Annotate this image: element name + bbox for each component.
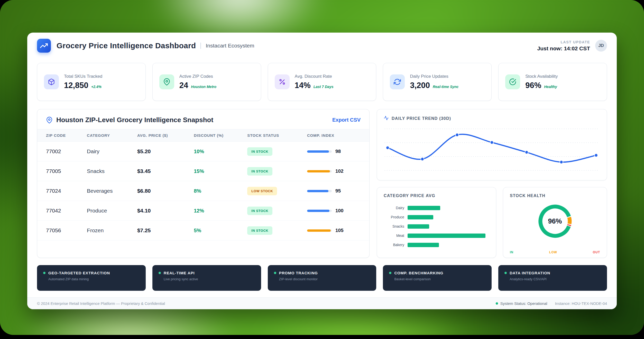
index-value: 105: [335, 228, 344, 233]
zip-cell: 77056: [46, 227, 87, 234]
line-chart: [384, 125, 600, 174]
discount-cell: 10%: [194, 149, 247, 154]
bar-track: [408, 224, 489, 229]
copyright-text: © 2024 Enterprise Retail Intelligence Pl…: [37, 301, 165, 306]
kpi-card-total-skus: Total SKUs Tracked 12,850+2.4%: [37, 63, 146, 101]
bar-fill: [408, 234, 485, 238]
category-cell: Produce: [87, 208, 137, 214]
price-cell: $3.45: [137, 168, 194, 174]
legend-item-out: OUT: [593, 250, 600, 254]
bar-fill: [408, 224, 429, 229]
module-subtitle: Live pricing sync active: [164, 277, 255, 281]
column-header: ZIP CODE: [46, 133, 87, 138]
kpi-label: Avg. Discount Rate: [295, 74, 334, 79]
module-subtitle: Analytics-ready CSV/API: [510, 277, 601, 281]
bar-category-label: Meat: [384, 234, 404, 238]
discount-cell: 8%: [194, 188, 247, 194]
status-dot-icon: [496, 302, 498, 305]
column-header: AVG. PRICE ($): [137, 133, 194, 138]
donut-legend: IN LOW OUT: [510, 250, 600, 254]
bar-track: [408, 234, 489, 238]
table-row: 77005 Snacks $3.45 15% IN STOCK 102: [37, 161, 369, 181]
stock-status-badge: IN STOCK: [247, 207, 272, 215]
category-cell: Frozen: [87, 227, 137, 234]
index-bar-fill: [307, 210, 329, 212]
bar-row: Produce: [384, 212, 489, 222]
donut-chart: 96%: [536, 202, 575, 241]
bar-category-label: Snacks: [384, 224, 404, 228]
export-csv-button[interactable]: Export CSV: [332, 117, 361, 123]
table-row: 77024 Beverages $6.80 8% LOW STOCK 95: [37, 181, 369, 201]
donut-chart-title: STOCK HEALTH: [510, 193, 545, 198]
table-row: 77056 Frozen $7.25 5% IN STOCK 105: [37, 221, 369, 240]
status-dot-icon: [43, 272, 45, 274]
table-row: 77042 Produce $4.10 12% IN STOCK 100: [37, 201, 369, 221]
stock-status-badge: IN STOCK: [247, 147, 272, 156]
bar-row: Snacks: [384, 222, 489, 231]
index-value: 95: [335, 188, 341, 194]
module-geo-extraction: GEO-TARGETED EXTRACTION Automated ZIP da…: [37, 265, 146, 291]
activity-icon: [384, 115, 389, 122]
legend-item-in: IN: [510, 250, 513, 254]
index-bar-fill: [307, 170, 330, 172]
trending-up-icon: [37, 39, 51, 53]
kpi-sublabel: Real-time Sync: [433, 85, 458, 89]
kpi-label: Daily Price Updates: [410, 74, 458, 79]
kpi-label: Active ZIP Codes: [179, 74, 216, 79]
index-bar-fill: [307, 150, 329, 153]
module-title: REAL-TIME API: [164, 271, 195, 275]
module-promo-tracking: PROMO TRACKING ZIP-level discount monito…: [268, 265, 376, 291]
bar-category-label: Bakery: [384, 243, 404, 247]
page-title: Grocery Price Intelligence Dashboard: [57, 41, 196, 50]
price-cell: $5.20: [137, 148, 194, 154]
percent-icon: [275, 74, 290, 89]
column-header: STOCK STATUS: [247, 133, 307, 138]
status-dot-icon: [274, 272, 276, 274]
status-dot-icon: [159, 272, 161, 274]
bar-category-label: Dairy: [384, 206, 404, 210]
bar-row: Bakery: [384, 240, 489, 249]
module-subtitle: ZIP-level discount monitor: [279, 277, 370, 281]
refresh-icon: [390, 74, 405, 89]
kpi-value: 96%: [525, 81, 541, 90]
discount-cell: 12%: [194, 208, 247, 214]
last-update-value: Just now: 14:02 CST: [537, 45, 590, 52]
comp-index-cell: 100: [307, 208, 361, 214]
price-cell: $7.25: [137, 227, 194, 234]
stock-status-badge: LOW STOCK: [247, 187, 277, 195]
bar-track: [408, 215, 489, 219]
bar-track: [408, 206, 489, 210]
kpi-card-price-updates: Daily Price Updates 3,200Real-time Sync: [383, 63, 492, 101]
comp-index-cell: 105: [307, 228, 361, 233]
box-icon: [44, 74, 59, 89]
bar-category-label: Produce: [384, 215, 404, 219]
category-cell: Beverages: [87, 188, 137, 194]
kpi-value: 14%: [295, 81, 311, 90]
map-pin-icon: [46, 117, 53, 123]
index-value: 102: [335, 168, 344, 174]
donut-center-value: 96%: [536, 202, 575, 241]
status-dot-icon: [504, 272, 507, 274]
module-subtitle: Automated ZIP data mining: [48, 277, 140, 281]
price-cell: $4.10: [137, 208, 194, 214]
trend-chart-title: DAILY PRICE TREND (30D): [392, 116, 451, 121]
index-bar-track: [307, 210, 332, 212]
bar-fill: [408, 206, 440, 210]
zip-cell: 77002: [46, 148, 87, 154]
capability-modules: GEO-TARGETED EXTRACTION Automated ZIP da…: [27, 265, 617, 291]
daily-price-trend-card: DAILY PRICE TREND (30D): [377, 109, 607, 180]
category-cell: Dairy: [87, 148, 137, 154]
kpi-value: 12,850: [64, 81, 88, 90]
avatar[interactable]: JD: [595, 40, 607, 52]
kpi-value: 24: [179, 81, 188, 90]
index-bar-fill: [307, 190, 328, 192]
map-pin-icon: [159, 74, 174, 89]
price-cell: $6.80: [137, 188, 194, 194]
kpi-card-discount-rate: Avg. Discount Rate 14%Last 7 Days: [268, 63, 376, 101]
kpi-label: Total SKUs Tracked: [64, 74, 102, 79]
module-data-integration: DATA INTEGRATION Analytics-ready CSV/API: [498, 265, 607, 291]
bar-chart: Dairy Produce Snacks Meat Bakery: [384, 203, 489, 249]
system-status-text: System Status: Operational: [500, 301, 547, 306]
zip-cell: 77005: [46, 168, 87, 174]
index-value: 100: [335, 208, 344, 214]
